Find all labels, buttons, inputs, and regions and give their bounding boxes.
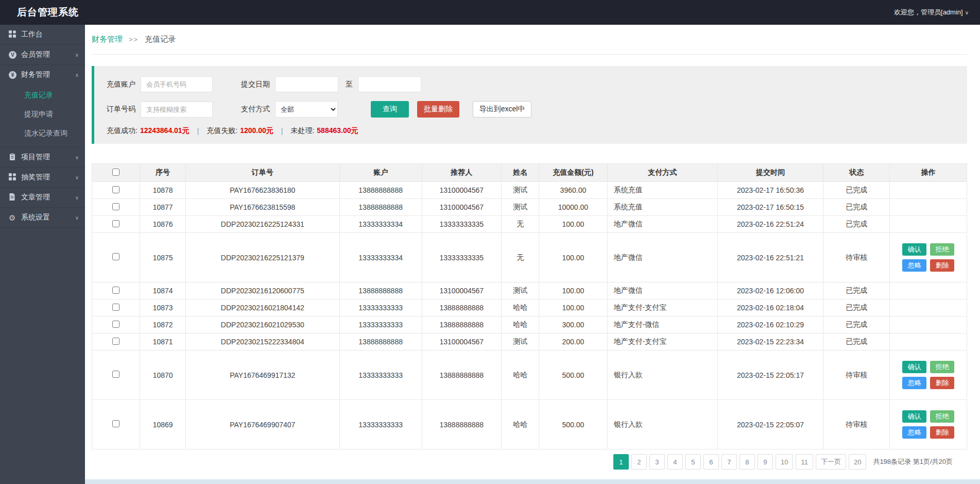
- welcome-text: 欢迎您，管理员[admin]: [894, 8, 963, 17]
- next-page-button[interactable]: 下一页: [816, 454, 846, 470]
- sidebar-subitem-withdraw-requests[interactable]: 提现申请: [0, 105, 85, 124]
- cell-referrer: 13100004567: [422, 199, 502, 216]
- cell-checkbox: [92, 216, 140, 233]
- row-checkbox[interactable]: [112, 220, 119, 227]
- sidebar-item-articles[interactable]: 文章管理∨: [0, 188, 85, 207]
- row-checkbox[interactable]: [112, 287, 119, 294]
- reject-button[interactable]: 拒绝: [930, 243, 954, 256]
- ignore-button[interactable]: 忽略: [902, 377, 926, 389]
- row-checkbox[interactable]: [112, 338, 119, 345]
- cell-name: 哈哈: [502, 400, 539, 449]
- sidebar-item-projects[interactable]: 项目管理∨: [0, 147, 85, 167]
- ignore-button[interactable]: 忽略: [902, 259, 926, 272]
- page-button-10[interactable]: 10: [776, 454, 793, 470]
- pay-method-select[interactable]: 全部: [275, 101, 338, 118]
- cell-account: 13333333333: [339, 316, 422, 333]
- cell-order-no: PAY1676623815598: [185, 199, 339, 216]
- row-checkbox[interactable]: [112, 371, 119, 378]
- cell-serial: 10876: [140, 216, 185, 233]
- sidebar-item-finance[interactable]: ¥财务管理∧: [0, 65, 85, 85]
- cell-serial: 10877: [140, 199, 185, 216]
- recharge-account-input[interactable]: [141, 76, 213, 92]
- page-button-11[interactable]: 11: [796, 454, 813, 470]
- cell-account: 13888888888: [339, 182, 422, 199]
- breadcrumb-parent[interactable]: 财务管理: [92, 35, 123, 44]
- cell-amount: 10000.00: [539, 199, 608, 216]
- delete-button[interactable]: 删除: [930, 377, 954, 389]
- cell-status: 待审核: [823, 400, 890, 449]
- cell-time: 2023-02-15 22:23:34: [717, 333, 823, 351]
- page-button-3[interactable]: 3: [649, 454, 665, 470]
- page-button-6[interactable]: 6: [703, 454, 719, 470]
- cell-status: 已完成: [823, 282, 890, 299]
- export-excel-button[interactable]: 导出到excel中: [473, 101, 531, 118]
- confirm-button[interactable]: 确认: [902, 410, 926, 423]
- page-button-8[interactable]: 8: [740, 454, 755, 470]
- cell-pay-method: 地产微信: [607, 233, 717, 282]
- cell-status: 已完成: [823, 333, 890, 351]
- cell-pay-method: 地产支付-微信: [607, 316, 717, 333]
- cell-account: 13333333333: [339, 400, 422, 449]
- cell-serial: 10872: [140, 316, 185, 333]
- cell-actions: [890, 182, 967, 199]
- select-all-checkbox[interactable]: [112, 169, 119, 176]
- delete-button[interactable]: 删除: [930, 426, 954, 439]
- sidebar-item-label: 项目管理: [21, 153, 50, 162]
- column-header: 状态: [823, 164, 890, 182]
- ignore-button[interactable]: 忽略: [902, 426, 926, 439]
- cell-actions: [890, 316, 967, 333]
- app-title: 后台管理系统: [17, 6, 79, 19]
- batch-delete-button[interactable]: 批量删除: [417, 101, 459, 118]
- row-checkbox[interactable]: [112, 186, 119, 193]
- filter-panel: 充值账户 提交日期 至 订单号码 支付方式: [92, 66, 967, 144]
- date-from-input[interactable]: [275, 76, 338, 92]
- sidebar-item-members[interactable]: V会员管理∨: [0, 45, 85, 64]
- page-button-7[interactable]: 7: [721, 454, 737, 470]
- page-button-2[interactable]: 2: [631, 454, 647, 470]
- page-button-4[interactable]: 4: [667, 454, 683, 470]
- horizontal-scrollbar[interactable]: [85, 479, 980, 484]
- cell-actions: 确认拒绝忽略删除: [890, 400, 967, 449]
- submit-date-label: 提交日期: [241, 80, 270, 89]
- sidebar-section-projects: 项目管理∨: [0, 147, 85, 168]
- cell-time: 2023-02-16 12:06:00: [717, 282, 823, 299]
- cell-status: 已完成: [823, 316, 890, 333]
- sidebar-subitem-recharge-records[interactable]: 充值记录: [0, 86, 85, 105]
- cell-referrer: 13333333335: [422, 233, 502, 282]
- order-no-input[interactable]: [141, 102, 213, 118]
- page-button-5[interactable]: 5: [685, 454, 701, 470]
- reject-button[interactable]: 拒绝: [930, 361, 954, 373]
- cell-amount: 100.00: [539, 299, 608, 316]
- cell-checkbox: [92, 333, 140, 351]
- row-checkbox[interactable]: [112, 253, 119, 260]
- cell-actions: [890, 216, 967, 233]
- stat-divider: |: [197, 127, 199, 135]
- search-button[interactable]: 查询: [371, 101, 409, 118]
- row-checkbox[interactable]: [112, 321, 119, 328]
- cell-serial: 10869: [140, 400, 185, 449]
- user-menu[interactable]: 欢迎您，管理员[admin] ∨: [894, 8, 969, 17]
- confirm-button[interactable]: 确认: [902, 361, 926, 373]
- chevron-down-icon: ∨: [965, 10, 969, 15]
- delete-button[interactable]: 删除: [930, 259, 954, 272]
- sidebar-item-settings[interactable]: ⚙系统设置∨: [0, 208, 85, 227]
- chevron-up-icon: ∧: [75, 72, 79, 78]
- row-checkbox[interactable]: [112, 304, 119, 311]
- confirm-button[interactable]: 确认: [902, 243, 926, 256]
- reject-button[interactable]: 拒绝: [930, 410, 954, 423]
- column-header: 充值金额(元): [539, 164, 608, 182]
- sidebar-item-label: 会员管理: [21, 50, 50, 59]
- cell-actions: [890, 333, 967, 351]
- row-checkbox[interactable]: [112, 203, 119, 210]
- page-button-20[interactable]: 20: [849, 454, 866, 470]
- sidebar-subitem-flow-records[interactable]: 流水记录查询: [0, 124, 85, 143]
- cell-serial: 10871: [140, 333, 185, 351]
- page-button-1[interactable]: 1: [613, 454, 629, 470]
- sidebar-item-workbench[interactable]: 工作台: [0, 25, 85, 44]
- sidebar-item-lottery[interactable]: 抽奖管理∨: [0, 168, 85, 187]
- row-checkbox[interactable]: [112, 420, 119, 427]
- table-body: 10878PAY16766238361801388888888813100004…: [92, 182, 967, 449]
- date-to-input[interactable]: [358, 76, 421, 92]
- cell-account: 13333333334: [339, 216, 422, 233]
- page-button-9[interactable]: 9: [758, 454, 773, 470]
